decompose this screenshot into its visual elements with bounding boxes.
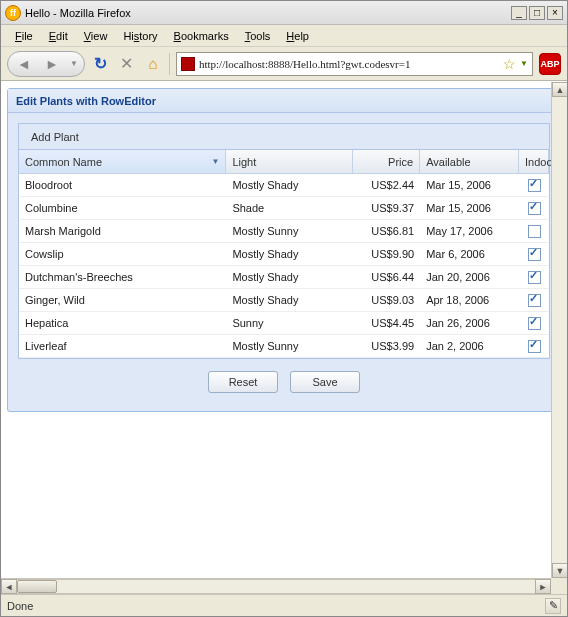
grid-toolbar: Add Plant <box>18 123 550 149</box>
cell-available: Jan 20, 2006 <box>420 271 519 283</box>
cell-name: Liverleaf <box>19 340 226 352</box>
site-identity-icon[interactable] <box>181 57 195 71</box>
minimize-button[interactable]: _ <box>511 6 527 20</box>
cell-available: Jan 2, 2006 <box>420 340 519 352</box>
col-price[interactable]: Price <box>353 150 420 173</box>
table-row[interactable]: ColumbineShadeUS$9.37Mar 15, 2006 <box>19 197 549 220</box>
close-button[interactable]: × <box>547 6 563 20</box>
address-dropdown-icon[interactable]: ▼ <box>520 59 528 68</box>
panel-title: Edit Plants with RowEditor <box>8 89 560 113</box>
indoor-checkbox[interactable] <box>528 340 541 353</box>
cell-light: Mostly Shady <box>226 179 352 191</box>
cell-indoor <box>519 179 549 192</box>
cell-light: Mostly Sunny <box>226 225 352 237</box>
firefox-icon: ff <box>5 5 21 21</box>
cell-light: Mostly Shady <box>226 294 352 306</box>
cell-available: Mar 15, 2006 <box>420 179 519 191</box>
toolbar-separator <box>169 53 170 75</box>
cell-indoor <box>519 340 549 353</box>
horizontal-scroll-thumb[interactable] <box>17 580 57 593</box>
plants-grid: Common Name ▼ Light Price Available Indo… <box>18 149 550 359</box>
scrollbar-corner <box>551 578 567 594</box>
cell-light: Mostly Shady <box>226 271 352 283</box>
scroll-down-arrow[interactable]: ▼ <box>552 563 567 578</box>
col-common-name[interactable]: Common Name ▼ <box>19 150 226 173</box>
indoor-checkbox[interactable] <box>528 225 541 238</box>
table-row[interactable]: LiverleafMostly SunnyUS$3.99Jan 2, 2006 <box>19 335 549 358</box>
cell-price: US$9.37 <box>353 202 420 214</box>
back-button[interactable]: ◄ <box>14 54 34 74</box>
cell-light: Sunny <box>226 317 352 329</box>
cell-light: Shade <box>226 202 352 214</box>
cell-name: Ginger, Wild <box>19 294 226 306</box>
navigation-toolbar: ◄ ► ▼ ↻ ✕ ⌂ ☆ ▼ ABP <box>1 47 567 81</box>
menu-tools[interactable]: Tools <box>237 28 279 44</box>
cell-name: Dutchman's-Breeches <box>19 271 226 283</box>
cell-price: US$9.90 <box>353 248 420 260</box>
table-row[interactable]: HepaticaSunnyUS$4.45Jan 26, 2006 <box>19 312 549 335</box>
cell-indoor <box>519 202 549 215</box>
indoor-checkbox[interactable] <box>528 179 541 192</box>
col-indoor[interactable]: Indoor <box>519 150 549 173</box>
address-bar[interactable]: ☆ ▼ <box>176 52 533 76</box>
cell-available: Jan 26, 2006 <box>420 317 519 329</box>
scroll-left-arrow[interactable]: ◄ <box>1 579 17 594</box>
menu-view[interactable]: View <box>76 28 116 44</box>
menu-bookmarks[interactable]: Bookmarks <box>166 28 237 44</box>
add-plant-button[interactable]: Add Plant <box>25 129 85 145</box>
address-input[interactable] <box>199 58 499 70</box>
menu-edit[interactable]: Edit <box>41 28 76 44</box>
reload-button[interactable]: ↻ <box>91 54 111 74</box>
indoor-checkbox[interactable] <box>528 248 541 261</box>
indoor-checkbox[interactable] <box>528 294 541 307</box>
cell-name: Bloodroot <box>19 179 226 191</box>
table-row[interactable]: Marsh MarigoldMostly SunnyUS$6.81May 17,… <box>19 220 549 243</box>
indoor-checkbox[interactable] <box>528 202 541 215</box>
nav-back-forward: ◄ ► ▼ <box>7 51 85 77</box>
col-available[interactable]: Available <box>420 150 519 173</box>
vertical-scrollbar[interactable]: ▲ ▼ <box>551 82 567 578</box>
menu-file[interactable]: File <box>7 28 41 44</box>
maximize-button[interactable]: □ <box>529 6 545 20</box>
table-row[interactable]: Dutchman's-BreechesMostly ShadyUS$6.44Ja… <box>19 266 549 289</box>
table-row[interactable]: Ginger, WildMostly ShadyUS$9.03Apr 18, 2… <box>19 289 549 312</box>
cell-name: Marsh Marigold <box>19 225 226 237</box>
table-row[interactable]: BloodrootMostly ShadyUS$2.44Mar 15, 2006 <box>19 174 549 197</box>
cell-price: US$6.44 <box>353 271 420 283</box>
page-content: Edit Plants with RowEditor Add Plant Com… <box>1 81 567 594</box>
window-controls: _ □ × <box>511 6 563 20</box>
reset-button[interactable]: Reset <box>208 371 278 393</box>
cell-name: Hepatica <box>19 317 226 329</box>
table-row[interactable]: CowslipMostly ShadyUS$9.90Mar 6, 2006 <box>19 243 549 266</box>
cell-price: US$3.99 <box>353 340 420 352</box>
row-editor-panel: Edit Plants with RowEditor Add Plant Com… <box>7 88 561 412</box>
cell-indoor <box>519 317 549 330</box>
scroll-up-arrow[interactable]: ▲ <box>552 82 567 97</box>
status-tool-icon[interactable]: ✎ <box>545 598 561 614</box>
scroll-right-arrow[interactable]: ► <box>535 579 551 594</box>
menu-history[interactable]: History <box>115 28 165 44</box>
stop-button[interactable]: ✕ <box>117 54 137 74</box>
horizontal-scroll-track[interactable] <box>17 579 535 594</box>
horizontal-scrollbar[interactable]: ◄ ► <box>1 578 551 594</box>
menu-help[interactable]: Help <box>278 28 317 44</box>
cell-name: Cowslip <box>19 248 226 260</box>
cell-name: Columbine <box>19 202 226 214</box>
cell-indoor <box>519 225 549 238</box>
bookmark-star-icon[interactable]: ☆ <box>503 56 516 72</box>
cell-price: US$9.03 <box>353 294 420 306</box>
cell-available: Mar 6, 2006 <box>420 248 519 260</box>
home-button[interactable]: ⌂ <box>143 54 163 74</box>
window-title: Hello - Mozilla Firefox <box>25 7 131 19</box>
indoor-checkbox[interactable] <box>528 317 541 330</box>
indoor-checkbox[interactable] <box>528 271 541 284</box>
nav-dropdown-icon[interactable]: ▼ <box>70 59 78 68</box>
forward-button[interactable]: ► <box>42 54 62 74</box>
cell-indoor <box>519 248 549 261</box>
save-button[interactable]: Save <box>290 371 360 393</box>
col-light[interactable]: Light <box>226 150 352 173</box>
grid-body: BloodrootMostly ShadyUS$2.44Mar 15, 2006… <box>19 174 549 358</box>
vertical-scroll-track[interactable] <box>552 97 567 563</box>
cell-light: Mostly Sunny <box>226 340 352 352</box>
adblock-plus-icon[interactable]: ABP <box>539 53 561 75</box>
